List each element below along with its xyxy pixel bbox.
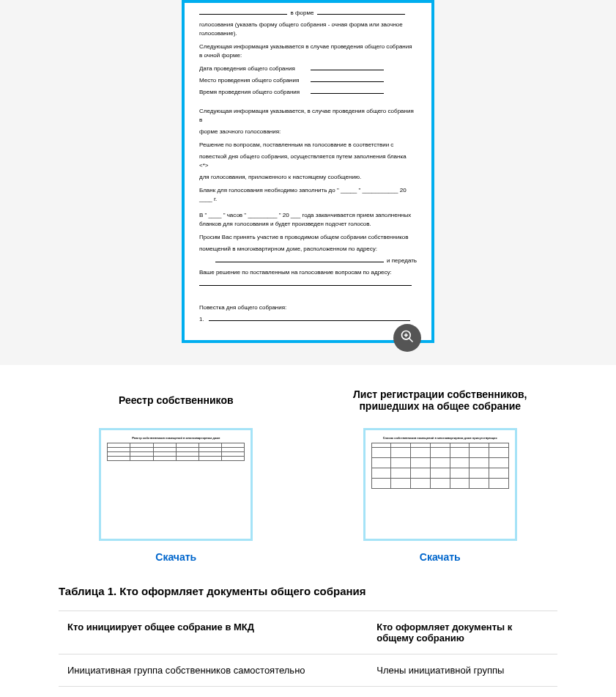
table-section: Таблица 1. Кто оформляет документы общег… xyxy=(0,563,616,697)
download-link-2[interactable]: Скачать xyxy=(323,551,558,563)
table-row: Инициативная группа собственников самост… xyxy=(59,654,557,687)
blank-fill: Бланк для голосования необходимо заполни… xyxy=(199,186,417,204)
agenda-item-1: 1. xyxy=(199,316,204,322)
agenda-label: Повестка дня общего собрания: xyxy=(199,303,417,312)
date-label: Дата проведения общего собрания xyxy=(199,64,309,73)
invite2: помещений в многоквартирном доме, распол… xyxy=(199,245,417,254)
thumb-frame-1[interactable]: Реестр собственников помещений в многокв… xyxy=(99,428,253,541)
document-frame: в форме голосования (указать форму общег… xyxy=(182,0,434,343)
decision-addr: Ваше решение по поставленным на голосова… xyxy=(199,268,417,277)
table-header-row: Кто инициирует общее собрание в МКД Кто … xyxy=(59,611,557,654)
thumb-doc-title-2: Список собственников помещений в многокв… xyxy=(371,436,509,440)
cell: Собственники, которые направили в УО (ТС… xyxy=(59,687,368,698)
decision1: Решение по вопросам, поставленным на гол… xyxy=(199,141,417,150)
info-zaoch1: Следующая информация указывается, в случ… xyxy=(199,107,417,125)
info-ocn: Следующая информация указывается в случа… xyxy=(199,43,417,60)
decision3: для голосования, приложенного к настояще… xyxy=(199,173,417,182)
table-h1: Кто инициирует общее собрание в МКД xyxy=(59,611,368,654)
end-line: В " ____ " часов " _________ " 20 ___ го… xyxy=(199,211,417,229)
table-h2: Кто оформляет документы к общему собрани… xyxy=(368,611,557,654)
thumb-col-2: Лист регистрации собственников, пришедши… xyxy=(323,387,558,563)
main-table: Кто инициирует общее собрание в МКД Кто … xyxy=(59,611,557,697)
zoom-in-icon xyxy=(400,329,415,347)
cell: Инициативная группа собственников самост… xyxy=(59,654,368,687)
cell: УО (ТСЖ, ЖК, СПК) xyxy=(368,687,557,698)
thumbnails-row: Реестр собственников Реестр собственнико… xyxy=(0,365,616,563)
thumb-title-2: Лист регистрации собственников, пришедши… xyxy=(323,387,558,413)
zoom-button[interactable] xyxy=(393,324,421,352)
table-heading: Таблица 1. Кто оформляет документы общег… xyxy=(59,585,557,597)
thumb-frame-2[interactable]: Список собственников помещений в многокв… xyxy=(363,428,517,541)
decision2: повесткой дня общего собрания, осуществл… xyxy=(199,152,417,170)
fake-table-1 xyxy=(107,443,245,461)
cell: Члены инициативной группы xyxy=(368,654,557,687)
thumb-doc-title: Реестр собственников помещений в многокв… xyxy=(107,436,245,440)
table-row: Собственники, которые направили в УО (ТС… xyxy=(59,687,557,698)
time-label: Время проведения общего собрания xyxy=(199,88,309,97)
invite1: Просим Вас принять участие в проводимом … xyxy=(199,233,417,242)
thumb-col-1: Реестр собственников Реестр собственнико… xyxy=(59,387,294,563)
document-preview-section: в форме голосования (указать форму общег… xyxy=(0,0,616,365)
info-zaoch2: форме заочного голосования: xyxy=(199,128,417,136)
send-label: и передать xyxy=(387,257,417,264)
svg-line-1 xyxy=(409,339,413,342)
place-label: Место проведения общего собрания xyxy=(199,76,309,85)
form-note: голосования (указать форму общего собран… xyxy=(199,21,417,38)
form-label: в форме xyxy=(290,10,313,16)
thumb-title-1: Реестр собственников xyxy=(59,387,294,413)
fake-table-2 xyxy=(371,443,509,489)
document-body: в форме голосования (указать форму общег… xyxy=(199,9,417,324)
download-link-1[interactable]: Скачать xyxy=(59,551,294,563)
